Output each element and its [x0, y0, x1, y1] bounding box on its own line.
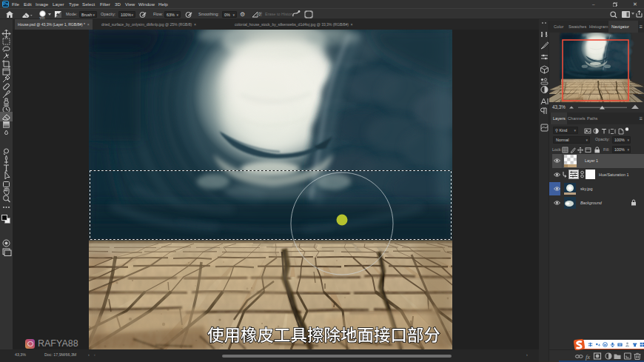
svg-text:fx: fx: [586, 353, 590, 361]
